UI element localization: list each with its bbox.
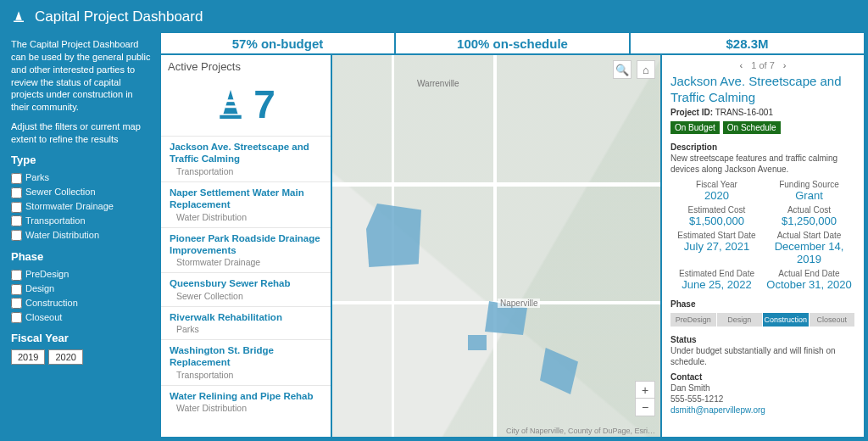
project-id: Project ID: TRANS-16-001 [670,108,855,117]
phase-segment: PreDesign [670,313,716,327]
type-filter[interactable]: Sewer Collection [11,185,151,199]
project-category: Sewer Collection [176,291,322,301]
type-filter[interactable]: Parks [11,170,151,185]
project-category: Water Distribution [176,403,322,413]
type-heading: Type [11,153,151,168]
type-filter[interactable]: Water Distribution [11,228,151,243]
filters-sidebar: The Capital Project Dashboard can be use… [3,31,159,438]
project-category: Water Distribution [176,212,322,222]
sidebar-hint: Adjust the filters or current map extent… [11,120,151,146]
detail-title: Jackson Ave. Streetscape and Traffic Cal… [670,74,855,106]
phase-checkbox[interactable] [11,298,22,309]
svg-rect-2 [226,99,235,102]
project-category: Parks [176,324,322,334]
map-tools: 🔍 ⌂ [613,60,655,79]
sidebar-intro: The Capital Project Dashboard can be use… [11,38,151,114]
projects-panel: Active Projects 7 Jackson Ave. Streetsca… [161,55,331,437]
app-title: Capital Project Dashboard [35,8,203,25]
type-checkbox[interactable] [11,230,22,241]
phase-filter[interactable]: Construction [11,296,151,310]
app-root: Capital Project Dashboard The Capital Pr… [0,0,868,441]
projects-count: 7 [161,81,331,127]
project-name: Pioneer Park Roadside Drainage Improveme… [170,232,322,257]
status-badges: On Budget On Schedule [670,121,855,134]
phase-segment: Design [717,313,763,327]
map-road [493,55,497,437]
project-category: Transportation [176,370,322,380]
projects-count-value: 7 [253,81,275,127]
project-list-item[interactable]: Washington St. Bridge ReplacementTranspo… [161,339,331,385]
project-list-item[interactable]: Jackson Ave. Streetscape and Traffic Cal… [161,136,331,181]
project-list-item[interactable]: Pioneer Park Roadside Drainage Improveme… [161,227,331,273]
phase-checkbox[interactable] [11,284,22,295]
zoom-out-button[interactable]: − [636,399,654,416]
pager-text: 1 of 7 [751,60,775,70]
main-area: 57% on-budget 100% on-schedule $28.3M Ac… [159,31,865,438]
phase-filter[interactable]: Closeout [11,310,151,325]
phase-bar: PreDesignDesignConstructionCloseout [670,313,855,327]
pager-prev[interactable]: ‹ [740,60,743,70]
type-checkbox[interactable] [11,215,22,226]
fiscal-year-heading: Fiscal Year [11,331,151,346]
pager-next[interactable]: › [783,60,787,70]
projects-list: Jackson Ave. Streetscape and Traffic Cal… [161,136,331,437]
type-checkbox[interactable] [11,202,22,213]
project-list-item[interactable]: Riverwalk RehabilitationParks [161,306,331,339]
project-list-item[interactable]: Queensbury Sewer RehabSewer Collection [161,272,331,305]
type-checkbox[interactable] [11,173,22,184]
cone-icon [11,9,26,25]
svg-rect-1 [220,115,242,119]
app-body: The Capital Project Dashboard can be use… [3,31,865,438]
phase-label: Phase [670,299,855,309]
project-name: Naper Settlement Water Main Replacement [170,187,322,211]
project-category: Transportation [176,166,322,176]
description-label: Description [670,142,855,152]
contact-name: Dan Smith [670,382,855,394]
phase-filter[interactable]: PreDesign [11,267,151,282]
project-name: Riverwalk Rehabilitation [170,311,322,323]
project-list-item[interactable]: Naper Settlement Water Main ReplacementW… [161,181,331,227]
map-label-center: Naperville [498,299,540,308]
detail-fields: Fiscal Year2020 Funding SourceGrant Esti… [670,180,855,291]
map-feature[interactable] [468,335,487,350]
cone-icon [216,87,245,121]
type-checkbox[interactable] [11,187,22,198]
map-panel[interactable]: Naperville Warrenville 🔍 ⌂ + − City of N… [332,55,660,437]
fiscal-year-button[interactable]: 2019 [11,349,45,365]
fiscal-year-button[interactable]: 2020 [48,349,82,365]
contact-block: Dan Smith 555-555-1212 dsmith@naperville… [670,382,855,416]
phase-segment: Closeout [810,313,855,327]
svg-rect-3 [225,105,236,108]
map-zoom: + − [635,381,655,416]
status-label: Status [670,335,855,344]
panels: Active Projects 7 Jackson Ave. Streetsca… [161,55,864,437]
projects-heading: Active Projects [161,55,331,78]
kpi-budget: 57% on-budget [161,33,394,53]
project-name: Jackson Ave. Streetscape and Traffic Cal… [170,141,322,165]
contact-phone: 555-555-1212 [670,394,855,405]
map-attribution: City of Naperville, County of DuPage, Es… [506,427,655,435]
description-text: New streetscape features and traffic cal… [670,153,855,175]
phase-checkbox[interactable] [11,270,22,281]
detail-panel: ‹ 1 of 7 › Jackson Ave. Streetscape and … [662,55,864,437]
project-name: Queensbury Sewer Rehab [170,277,322,289]
kpi-total: $28.3M [631,33,864,53]
kpi-row: 57% on-budget 100% on-schedule $28.3M [161,33,864,53]
type-filter[interactable]: Stormwater Drainage [11,199,151,214]
project-list-item[interactable]: Water Relining and Pipe RehabWater Distr… [161,385,331,418]
map-label-top: Warrenville [417,79,459,88]
badge-on-budget: On Budget [670,121,720,134]
badge-on-schedule: On Schedule [723,121,781,134]
zoom-in-button[interactable]: + [636,382,654,399]
map-home-button[interactable]: ⌂ [637,60,655,79]
phase-checkbox[interactable] [11,312,22,323]
contact-label: Contact [670,372,855,382]
map-search-button[interactable]: 🔍 [613,60,632,79]
kpi-schedule: 100% on-schedule [396,33,629,53]
project-name: Water Relining and Pipe Rehab [170,390,322,402]
map-feature[interactable] [366,204,421,267]
type-filter[interactable]: Transportation [11,214,151,228]
contact-email[interactable]: dsmith@napervillepw.org [670,405,765,415]
phase-segment: Construction [763,313,809,327]
phase-filter[interactable]: Design [11,282,151,296]
